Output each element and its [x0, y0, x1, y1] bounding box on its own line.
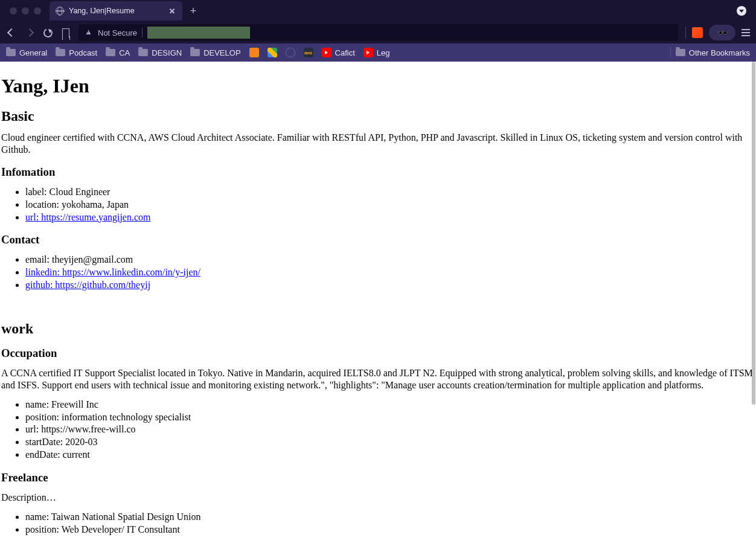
bookmark-folder-ca[interactable]: CA [106, 48, 130, 57]
list-item: linkedin: https://www.linkedin.com/in/y-… [25, 266, 755, 279]
bookmarks-bar: General Podcast CA DESIGN DEVELOP aws Ca… [0, 43, 756, 62]
subsection-heading-freelance: Freelance [1, 471, 755, 484]
bookmark-leg[interactable]: Leg [364, 48, 390, 57]
menu-icon[interactable] [742, 29, 750, 36]
divider [685, 27, 686, 39]
section-heading-work: work [1, 321, 755, 337]
folder-icon [138, 49, 148, 56]
occupation-list: name: Freewill Inc position: information… [25, 399, 755, 461]
linkedin-link[interactable]: linkedin: https://www.linkedin.com/in/y-… [25, 267, 200, 277]
list-item: name: Freewill Inc [25, 399, 755, 411]
close-tab-icon[interactable] [168, 7, 176, 15]
folder-icon [190, 49, 200, 56]
window-controls[interactable] [5, 7, 46, 14]
bookmark-folder-general[interactable]: General [6, 48, 47, 57]
list-item: position: information technology special… [25, 411, 755, 424]
folder-icon [6, 49, 16, 56]
tab-list-icon[interactable] [737, 6, 746, 16]
forward-button [24, 27, 35, 38]
new-tab-button[interactable]: + [186, 4, 200, 18]
list-item: email: theyijen@gmail.com [25, 254, 755, 266]
brave-shields-icon[interactable] [692, 27, 703, 38]
basic-summary: Cloud engineer certified with CCNA, AWS … [1, 132, 755, 156]
freelance-description: Description… [1, 492, 755, 504]
subsection-heading-information: Infomation [1, 165, 755, 179]
metamask-icon [249, 48, 259, 57]
list-item: label: Cloud Engineer [25, 186, 755, 199]
bookmark-drive[interactable] [267, 48, 277, 57]
list-item: github: https://github.com/theyij [25, 279, 755, 292]
occupation-summary: A CCNA certified IT Support Specialist l… [1, 367, 755, 391]
page-content: Yang, IJen Basic Cloud engineer certifie… [0, 62, 756, 552]
maximize-window[interactable] [34, 7, 41, 14]
list-item: url: https://www.free-will.co [25, 423, 755, 436]
not-secure-label: Not Secure [98, 28, 137, 37]
page-title: Yang, IJen [1, 75, 755, 97]
youtube-icon [322, 48, 332, 57]
aws-icon: aws [304, 48, 313, 57]
not-secure-icon [85, 28, 93, 37]
list-item: location: yokohama, Japan [25, 199, 755, 211]
subsection-heading-occupation: Occupation [1, 347, 755, 360]
bookmark-aws[interactable]: aws [304, 48, 313, 57]
folder-icon [676, 49, 685, 56]
drive-icon [267, 48, 277, 57]
bookmark-metamask[interactable] [249, 48, 259, 57]
tab-title: Yang, IJen|Resume [69, 7, 163, 15]
contact-list: email: theyijen@gmail.com linkedin: http… [25, 254, 755, 291]
browser-tab[interactable]: Yang, IJen|Resume [50, 1, 182, 21]
folder-icon [56, 49, 65, 56]
list-item: startDate: 2020-03 [25, 436, 755, 449]
crescent-icon [286, 48, 295, 57]
url-redacted [147, 27, 250, 39]
github-link[interactable]: github: https://github.com/theyij [25, 280, 150, 290]
list-item: endDate: current [25, 449, 755, 461]
bookmark-folder-podcast[interactable]: Podcast [56, 48, 97, 57]
freelance-list: name: Taiwan National Spatial Design Uni… [25, 511, 755, 536]
close-window[interactable] [10, 7, 17, 14]
list-item: url: https://resume.yangijen.com [25, 211, 755, 224]
bookmark-folder-design[interactable]: DESIGN [138, 48, 182, 57]
scrollbar-thumb[interactable] [752, 62, 755, 405]
bookmark-crescent[interactable] [286, 48, 295, 57]
other-bookmarks[interactable]: Other Bookmarks [676, 48, 750, 57]
minimize-window[interactable] [22, 7, 29, 14]
address-bar[interactable]: Not Secure [78, 24, 678, 41]
section-heading-basic: Basic [1, 108, 755, 124]
folder-icon [106, 49, 115, 56]
subsection-heading-contact: Contact [1, 233, 755, 246]
youtube-icon [364, 48, 373, 57]
reload-button[interactable] [42, 27, 53, 38]
bookmark-cafict[interactable]: Cafict [322, 48, 355, 57]
divider [670, 47, 671, 58]
profile-button[interactable]: 🕶️ [709, 25, 735, 40]
resume-url-link[interactable]: url: https://resume.yangijen.com [25, 212, 151, 222]
bookmark-folder-develop[interactable]: DEVELOP [190, 48, 240, 57]
information-list: label: Cloud Engineer location: yokohama… [25, 186, 755, 223]
scrollbar[interactable] [751, 62, 756, 552]
globe-icon [56, 7, 64, 15]
bookmark-button[interactable] [60, 27, 71, 38]
list-item: name: Taiwan National Spatial Design Uni… [25, 511, 755, 524]
divider [142, 28, 143, 37]
back-button[interactable] [6, 27, 17, 38]
list-item: position: Web Developer/ IT Consultant [25, 524, 755, 536]
